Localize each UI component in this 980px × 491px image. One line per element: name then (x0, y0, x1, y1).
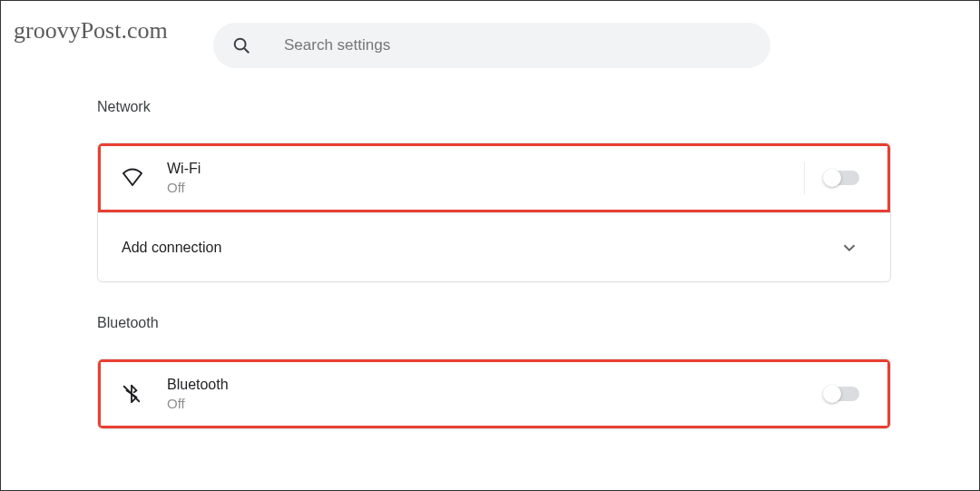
svg-point-0 (235, 39, 246, 50)
bluetooth-status: Off (167, 395, 825, 413)
wifi-row[interactable]: Wi-Fi Off (98, 143, 890, 212)
watermark-text: groovyPost.com (14, 17, 168, 44)
wifi-status: Off (167, 179, 804, 197)
bluetooth-section-header: Bluetooth (97, 315, 891, 331)
search-icon (231, 35, 251, 55)
svg-line-1 (244, 48, 249, 53)
chevron-down-icon (839, 238, 859, 258)
bluetooth-row[interactable]: Bluetooth Off (98, 359, 890, 428)
bluetooth-card: Bluetooth Off (97, 358, 891, 429)
network-section-header: Network (97, 99, 891, 115)
wifi-icon (122, 167, 158, 189)
wifi-toggle[interactable] (825, 171, 859, 185)
bluetooth-toggle[interactable] (825, 387, 859, 401)
search-settings-bar[interactable] (213, 23, 770, 68)
add-connection-row[interactable]: Add connection (98, 212, 890, 281)
search-input[interactable] (284, 36, 752, 54)
network-card: Wi-Fi Off Add connection (97, 142, 891, 282)
wifi-label: Wi-Fi (167, 159, 804, 179)
bluetooth-label: Bluetooth (167, 375, 825, 395)
vertical-divider (804, 162, 805, 194)
add-connection-label: Add connection (122, 238, 839, 258)
bluetooth-off-icon (122, 384, 158, 404)
